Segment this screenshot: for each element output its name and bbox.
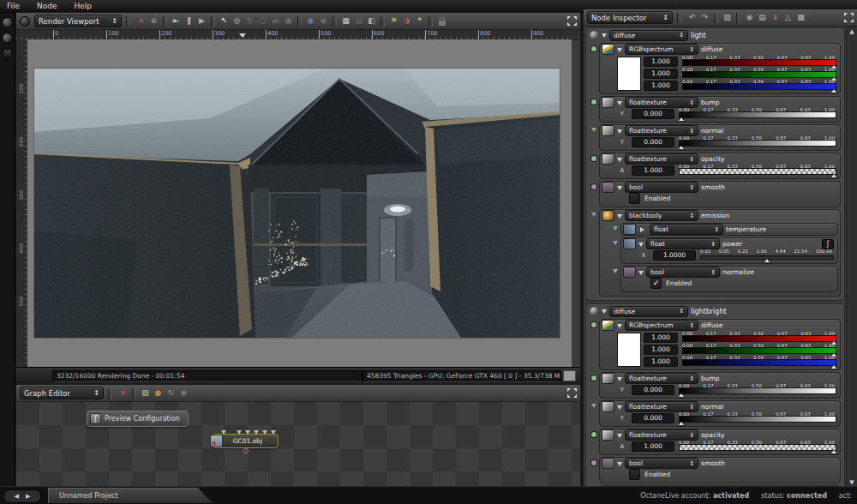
slider-thumb-icon[interactable] bbox=[679, 115, 684, 121]
tab-right-icon[interactable]: ▶ bbox=[26, 493, 30, 500]
slider-thumb-icon[interactable] bbox=[831, 87, 836, 93]
slider-bar[interactable]: 0.000.170.330.500.670.831.00 bbox=[679, 165, 836, 176]
render-image[interactable] bbox=[34, 69, 560, 338]
split-view-icon[interactable]: ▤ bbox=[756, 12, 769, 23]
channel-value-field[interactable]: 1.000 bbox=[644, 57, 678, 67]
node-pin-icon[interactable] bbox=[613, 269, 618, 276]
viewport-canvas[interactable] bbox=[27, 39, 572, 368]
resume-render-icon[interactable]: ▶ bbox=[195, 15, 208, 27]
restart-render-icon[interactable]: ⇤ bbox=[170, 15, 183, 27]
menu-node[interactable]: Node bbox=[37, 2, 57, 10]
node-pin-icon[interactable] bbox=[591, 213, 596, 219]
world-node-icon[interactable]: ◉ bbox=[177, 387, 190, 399]
menu-file[interactable]: File bbox=[7, 2, 20, 10]
node-pin-icon[interactable] bbox=[591, 46, 596, 51]
slider-thumb-icon[interactable] bbox=[679, 419, 684, 425]
node-type-dropdown[interactable]: bool↕ bbox=[625, 182, 698, 193]
tab-scroll-arrows[interactable]: ◀ ▶ bbox=[3, 489, 41, 503]
slider-bar[interactable]: 0.010.050.221.004.6421.54100.00 bbox=[700, 249, 834, 261]
slider-bar[interactable]: 0.000.170.330.500.670.831.00 bbox=[679, 136, 836, 147]
lock-resolution-icon[interactable] bbox=[439, 21, 446, 26]
node-type-dropdown[interactable]: bool↕ bbox=[646, 267, 720, 278]
checkbox[interactable] bbox=[629, 193, 640, 204]
node-pin-icon[interactable] bbox=[591, 156, 596, 161]
expand-panel-icon[interactable] bbox=[567, 16, 577, 26]
slider-bar[interactable]: 0.000.170.330.500.670.831.00 bbox=[682, 332, 836, 343]
material-ball-icon[interactable]: ◉ bbox=[743, 12, 756, 23]
value-field[interactable]: 0.000 bbox=[632, 413, 674, 423]
channel-value-field[interactable]: 1.000 bbox=[644, 345, 678, 355]
preview-configuration-node[interactable]: ʃ Preview Configuration bbox=[87, 411, 189, 427]
node-pin-icon[interactable] bbox=[591, 404, 596, 411]
section-type-dropdown[interactable]: diffuse↕ bbox=[609, 306, 688, 317]
checker-preview-icon[interactable]: ▩ bbox=[794, 12, 807, 23]
slider-thumb-icon[interactable] bbox=[679, 391, 684, 397]
node-pin-icon[interactable] bbox=[591, 460, 596, 465]
collapse-triangle-icon[interactable] bbox=[617, 158, 622, 165]
reset-camera-icon[interactable]: ⊕ bbox=[147, 15, 160, 27]
collapse-triangle-icon[interactable] bbox=[617, 462, 622, 469]
image-preview-icon[interactable]: ▨ bbox=[721, 12, 734, 23]
collapse-triangle-icon[interactable] bbox=[617, 186, 622, 193]
node-pin-icon[interactable] bbox=[591, 99, 596, 105]
expand-triangle-icon[interactable] bbox=[640, 227, 647, 232]
checkbox[interactable] bbox=[629, 469, 640, 480]
node-pin-icon[interactable] bbox=[591, 375, 596, 381]
web-offline-icon[interactable]: ◉ bbox=[317, 15, 330, 27]
pause-render-icon[interactable]: ∥ bbox=[183, 15, 195, 27]
collapse-triangle-icon[interactable] bbox=[617, 434, 622, 441]
node-pin-icon[interactable] bbox=[613, 226, 618, 233]
node-input-pin[interactable] bbox=[254, 430, 259, 437]
discard-render-icon[interactable]: × bbox=[135, 15, 147, 27]
delete-node-icon[interactable]: × bbox=[117, 387, 129, 399]
value-field[interactable]: 0.000 bbox=[632, 137, 674, 147]
channel-value-field[interactable]: 1.000 bbox=[644, 357, 678, 367]
camera-view-icon[interactable]: ▣ bbox=[282, 15, 295, 27]
slider-thumb-icon[interactable] bbox=[831, 171, 836, 177]
expand-panel-icon[interactable] bbox=[567, 388, 577, 398]
node-pin-icon[interactable] bbox=[591, 432, 596, 437]
node-input-pin[interactable] bbox=[237, 430, 242, 437]
node-pin-icon[interactable] bbox=[591, 184, 596, 189]
node-type-dropdown[interactable]: bool↕ bbox=[625, 458, 698, 469]
slider-bar[interactable]: 0.000.170.330.500.670.831.00 bbox=[682, 68, 836, 79]
orbit-camera-icon[interactable]: ↻ bbox=[243, 15, 256, 27]
collapse-triangle-icon[interactable] bbox=[617, 48, 622, 55]
collapse-triangle-icon[interactable] bbox=[617, 405, 622, 412]
value-field[interactable]: 1.000 bbox=[632, 165, 674, 176]
add-image-node-icon[interactable]: ▨ bbox=[139, 387, 152, 399]
project-tab[interactable]: Unnamed Project bbox=[48, 488, 213, 503]
graph-selector-dropdown[interactable]: Graph Editor ↕ bbox=[20, 387, 104, 399]
checker-alt-icon[interactable]: ▦ bbox=[352, 15, 365, 27]
autofocus-icon[interactable]: AF bbox=[269, 15, 282, 27]
pan-camera-icon[interactable]: ○ bbox=[256, 15, 269, 27]
channel-value-field[interactable]: 1.000 bbox=[644, 333, 678, 343]
inspector-selector-dropdown[interactable]: Node Inspector ↕ bbox=[587, 11, 673, 24]
scroll-up-icon[interactable]: ▲ bbox=[847, 28, 857, 35]
status-resize-grip[interactable] bbox=[563, 370, 576, 381]
slider-bar[interactable]: 0.000.170.330.500.670.831.00 bbox=[682, 56, 836, 67]
node-pin-icon[interactable] bbox=[591, 322, 596, 327]
dock-grip-icon[interactable] bbox=[3, 49, 12, 57]
tab-left-icon[interactable]: ◀ bbox=[15, 493, 19, 500]
color-swatch[interactable] bbox=[617, 333, 641, 367]
web-sync-icon[interactable]: ◉ bbox=[304, 15, 317, 27]
add-material-node-icon[interactable]: ● bbox=[152, 387, 165, 399]
collapse-triangle-icon[interactable] bbox=[617, 214, 622, 221]
slider-bar[interactable]: 0.000.170.330.500.670.831.00 bbox=[679, 384, 836, 395]
pick-focus-icon[interactable]: ↖ bbox=[218, 15, 231, 27]
viewport-selector-dropdown[interactable]: Render Viewport ↕ bbox=[34, 15, 122, 27]
collapse-triangle-icon[interactable] bbox=[638, 271, 644, 278]
node-type-dropdown[interactable]: blackbody↕ bbox=[625, 210, 698, 221]
slider-bar[interactable]: 0.000.170.330.500.670.831.00 bbox=[682, 80, 836, 91]
save-preview-icon[interactable]: ⇓ bbox=[769, 12, 782, 23]
expand-all-icon[interactable]: △ bbox=[782, 12, 794, 23]
dock-knob-icon[interactable] bbox=[2, 17, 13, 28]
channel-value-field[interactable]: 1.000 bbox=[644, 81, 678, 91]
curve-editor-icon[interactable]: ʃ bbox=[822, 239, 834, 249]
node-graph-canvas[interactable]: ʃ Preview Configuration GC01.obj bbox=[16, 402, 580, 487]
link-source-icon[interactable]: ↶ bbox=[686, 12, 698, 23]
section-type-dropdown[interactable]: diffuse↕ bbox=[609, 30, 688, 41]
dock-knob2-icon[interactable] bbox=[2, 33, 13, 44]
node-type-dropdown[interactable]: RGBspectrum↕ bbox=[625, 44, 698, 55]
